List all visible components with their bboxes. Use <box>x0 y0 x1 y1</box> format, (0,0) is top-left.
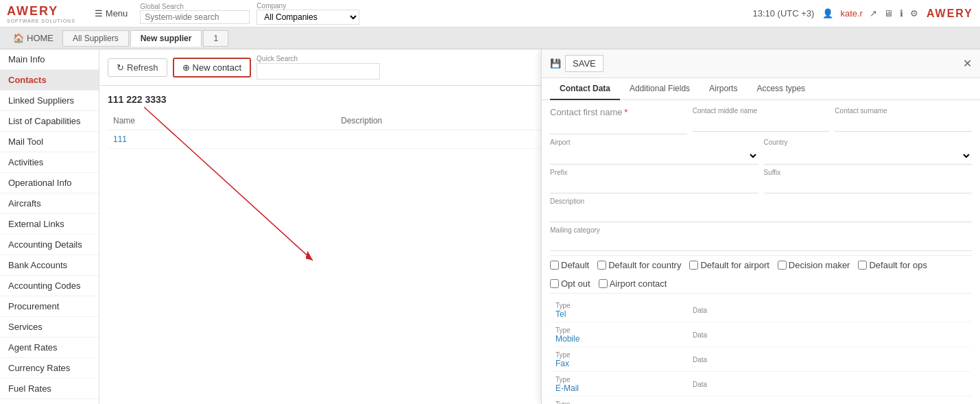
form-group-country: Country <box>764 139 972 165</box>
checkbox-airport-contact-input[interactable] <box>599 279 608 288</box>
tab-all-suppliers[interactable]: All Suppliers <box>62 30 129 47</box>
sidebar-item-documents[interactable]: Documents <box>0 399 99 404</box>
top-icons: 👤 kate.r ↗ 🖥 ℹ ⚙ <box>822 8 918 19</box>
menu-label: Menu <box>106 8 128 19</box>
prefix-label: Prefix <box>550 169 758 176</box>
search-input[interactable] <box>256 63 380 80</box>
username[interactable]: kate.r <box>840 8 863 19</box>
company-select[interactable]: All Companies <box>256 10 359 25</box>
suffix-input[interactable] <box>764 178 972 193</box>
close-button[interactable]: ✕ <box>963 57 972 70</box>
sidebar-item-label: List of Capabilities <box>8 116 81 126</box>
logout-icon[interactable]: ↗ <box>870 8 877 19</box>
refresh-button[interactable]: ↻ Refresh <box>108 58 167 77</box>
menu-button[interactable]: ☰ Menu <box>89 5 134 21</box>
form-group-prefix: Prefix <box>550 169 758 193</box>
form-group-middlename: Contact middle name <box>693 107 830 134</box>
logo-text: AWERY <box>7 4 58 19</box>
tab-new-supplier[interactable]: New supplier <box>130 30 202 47</box>
panel-tabs: Contact Data Additional Fields Airports … <box>542 78 980 100</box>
type-value-email: E-Mail <box>555 383 682 393</box>
sidebar-item-contacts[interactable]: Contacts <box>0 70 99 91</box>
sidebar-item-accounting-codes[interactable]: Accounting Codes <box>0 276 99 296</box>
checkbox-default-ops[interactable]: Default for ops <box>858 260 927 270</box>
info-icon[interactable]: ℹ <box>900 8 903 19</box>
type-row-fax: Type Fax Data <box>550 348 972 372</box>
sidebar-item-aircrafts[interactable]: Aircrafts <box>0 193 99 214</box>
type-value-tel: Tel <box>555 309 682 319</box>
checkbox-opt-out-input[interactable] <box>550 279 559 288</box>
type-row-email: Type E-Mail Data <box>550 373 972 396</box>
settings-icon[interactable]: ⚙ <box>910 8 918 19</box>
checkbox-default-country-input[interactable] <box>597 261 606 270</box>
checkbox-default-input[interactable] <box>550 261 559 270</box>
checkbox-decision-maker[interactable]: Decision maker <box>778 260 850 270</box>
new-contact-button[interactable]: ⊕ New contact <box>173 58 252 78</box>
checkbox-airport-contact[interactable]: Airport contact <box>599 278 667 289</box>
type-cell-mobile: Type Mobile <box>550 324 687 346</box>
save-label: SAVE <box>573 58 596 69</box>
cell-name[interactable]: 111 <box>108 130 335 149</box>
sidebar-item-services[interactable]: Services <box>0 317 99 337</box>
checkbox-default-airport-label: Default for airport <box>700 260 769 270</box>
sidebar-item-accounting-details[interactable]: Accounting Details <box>0 235 99 255</box>
sidebar-item-mail-tool[interactable]: Mail Tool <box>0 132 99 152</box>
sidebar-item-list-capabilities[interactable]: List of Capabilities <box>0 111 99 132</box>
sidebar-item-label: Bank Accounts <box>8 260 67 270</box>
tab-access-types[interactable]: Access types <box>747 78 815 100</box>
suffix-label: Suffix <box>764 169 972 176</box>
type-cell-fax: Type Fax <box>550 348 687 371</box>
type-label-tel: Type <box>555 302 682 309</box>
middlename-input[interactable] <box>693 116 830 132</box>
sidebar-item-currency-rates[interactable]: Currency Rates <box>0 358 99 379</box>
logo-subtext: SOFTWARE SOLUTIONS <box>7 19 75 23</box>
firstname-input[interactable] <box>550 119 687 134</box>
type-row-mobile: Type Mobile Data <box>550 324 972 347</box>
sidebar-item-procurement[interactable]: Procurement <box>0 296 99 317</box>
airport-select[interactable] <box>550 147 758 165</box>
sidebar-item-fuel-rates[interactable]: Fuel Rates <box>0 379 99 399</box>
sidebar-item-main-info[interactable]: Main Info <box>0 49 99 70</box>
sidebar-item-external-links[interactable]: External Links <box>0 214 99 235</box>
description-label: Description <box>550 198 972 205</box>
search-label: Quick Search <box>256 55 380 62</box>
brand-text: AWERY <box>927 8 973 20</box>
mailing-label: Mailing category <box>550 226 972 234</box>
monitor-icon[interactable]: 🖥 <box>884 8 893 19</box>
country-select[interactable] <box>764 147 972 165</box>
search-box: Quick Search <box>256 55 380 80</box>
checkbox-default-country[interactable]: Default for country <box>597 260 681 270</box>
checkbox-default-airport[interactable]: Default for airport <box>689 260 769 270</box>
checkbox-default-label: Default <box>561 260 589 270</box>
checkbox-default-airport-input[interactable] <box>689 261 698 270</box>
panel-overlay: 💾 SAVE ✕ Contact Data Additional Fields … <box>541 49 980 404</box>
form-row-airport-country: Airport Country <box>550 139 972 165</box>
save-button[interactable]: SAVE <box>565 55 603 72</box>
prefix-input[interactable] <box>550 178 758 193</box>
checkbox-default-ops-input[interactable] <box>858 261 867 270</box>
type-label-mobile: Type <box>555 326 682 334</box>
tab-home[interactable]: 🏠 HOME <box>5 29 61 47</box>
sidebar-item-operational-info[interactable]: Operational Info <box>0 173 99 193</box>
sidebar-item-bank-accounts[interactable]: Bank Accounts <box>0 255 99 276</box>
surname-label: Contact surname <box>835 107 972 115</box>
checkbox-default[interactable]: Default <box>550 260 589 270</box>
global-search-wrap: Global Search <box>140 3 250 24</box>
tab-airports[interactable]: Airports <box>700 78 747 100</box>
mailing-input[interactable] <box>550 235 972 251</box>
top-nav: AWERY SOFTWARE SOLUTIONS ☰ Menu Global S… <box>0 0 980 27</box>
sidebar-item-agent-rates[interactable]: Agent Rates <box>0 337 99 358</box>
time-display: 13:10 (UTC +3) <box>752 8 814 19</box>
sidebar-item-linked-suppliers[interactable]: Linked Suppliers <box>0 91 99 111</box>
data-cell-dept-email: Data <box>687 398 972 404</box>
sidebar-item-activities[interactable]: Activities <box>0 152 99 173</box>
global-search-input[interactable] <box>140 10 250 24</box>
tab-count[interactable]: 1 <box>203 30 228 47</box>
surname-input[interactable] <box>835 116 972 132</box>
description-input[interactable] <box>550 206 972 222</box>
checkbox-decision-maker-input[interactable] <box>778 261 787 270</box>
checkbox-opt-out[interactable]: Opt out <box>550 278 590 289</box>
tab-additional-fields[interactable]: Additional Fields <box>620 78 700 100</box>
global-search-label: Global Search <box>140 3 250 10</box>
tab-contact-data[interactable]: Contact Data <box>550 78 620 100</box>
